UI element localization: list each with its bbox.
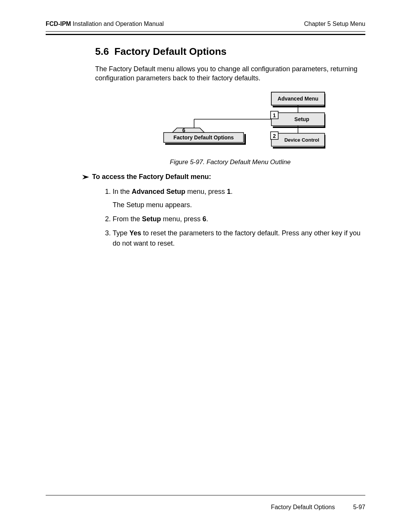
step-2: From the Setup menu, press 6. (113, 214, 365, 224)
step-text: From the (113, 215, 142, 223)
step-1: In the Advanced Setup menu, press 1. The… (113, 187, 365, 210)
figure-diagram: Advanced Menu Setup 1 Device Control 2 (95, 88, 365, 155)
box-setup-num: 1 (273, 112, 276, 118)
header-right: Chapter 5 Setup Menu (304, 21, 365, 27)
manual-title: Installation and Operation Manual (73, 21, 164, 27)
step-substep: The Setup menu appears. (113, 200, 365, 210)
box-factory-label: Factory Default Options (174, 134, 234, 141)
step-text: . (231, 188, 233, 195)
step-bold: Setup (142, 215, 161, 223)
intro-paragraph: The Factory Default menu allows you to c… (95, 64, 365, 83)
procedure-heading-row: To access the Factory Default menu: (81, 173, 365, 182)
footer-page-number: 5-97 (353, 504, 365, 511)
section-number: 5.6 (95, 46, 109, 57)
step-text: menu, press (161, 215, 202, 223)
svg-marker-12 (172, 128, 204, 133)
box-device-num: 2 (273, 133, 276, 139)
box-setup-label: Setup (295, 116, 309, 122)
section-heading: 5.6 Factory Default Options (95, 46, 365, 58)
section-title: Factory Default Options (115, 46, 227, 57)
menu-tree-svg: Advanced Menu Setup 1 Device Control 2 (135, 88, 325, 153)
product-name: FCD-IPM (46, 21, 71, 27)
step-text: In the (113, 188, 132, 195)
footer-title: Factory Default Options (271, 504, 335, 511)
body-column: 5.6 Factory Default Options The Factory … (95, 46, 365, 249)
box-advanced-menu: Advanced Menu (277, 96, 318, 102)
step-3: Type Yes to reset the parameters to the … (113, 228, 365, 249)
step-bold: Yes (129, 229, 141, 237)
step-text: to reset the parameters to the factory d… (113, 229, 360, 247)
step-bold: Advanced Setup (132, 188, 185, 195)
header-rule (46, 31, 365, 35)
step-bold: 6 (202, 215, 206, 223)
page-footer: Factory Default Options 5-97 (271, 504, 365, 511)
procedure-steps: In the Advanced Setup menu, press 1. The… (95, 187, 365, 249)
step-text: . (206, 215, 208, 223)
page: FCD-IPM Installation and Operation Manua… (0, 0, 411, 532)
header-left: FCD-IPM Installation and Operation Manua… (46, 21, 164, 27)
step-bold: 1 (227, 188, 231, 195)
step-text: menu, press (185, 188, 227, 195)
step-text: Type (113, 229, 129, 237)
box-device-label: Device Control (284, 137, 319, 143)
footer-rule (46, 495, 365, 495)
page-header: FCD-IPM Installation and Operation Manua… (46, 21, 365, 30)
arrow-icon (81, 173, 92, 182)
procedure-heading: To access the Factory Default menu: (92, 173, 211, 181)
figure-caption: Figure 5-97. Factory Default Menu Outlin… (95, 158, 365, 166)
